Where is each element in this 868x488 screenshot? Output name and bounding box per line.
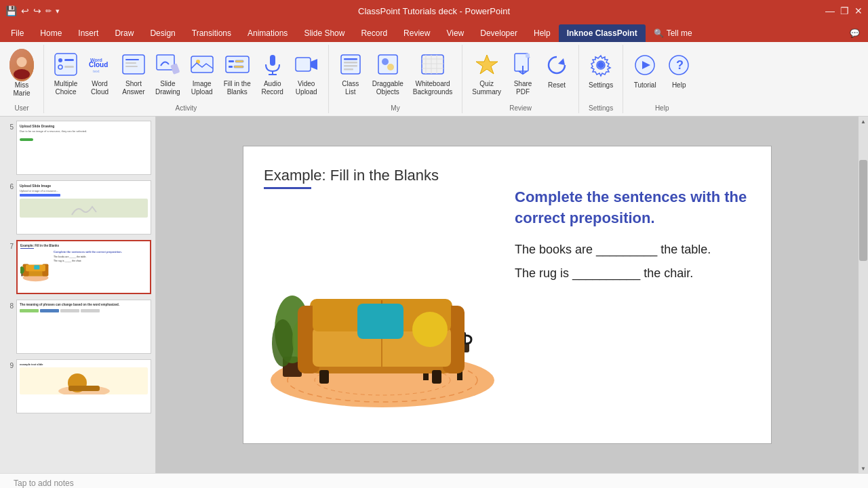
slide-num-5: 5 [4,121,14,131]
tab-search[interactable]: 🔍 Tell me [646,24,701,42]
my-section-label: My [334,104,457,113]
slide-drawing-button[interactable]: SlideDrawing [151,47,184,99]
tab-help[interactable]: Help [526,24,559,42]
search-icon: 🔍 [654,28,664,38]
slide-thumb-5[interactable]: 5 Upload Slide Drawing Due to be an imag… [3,119,153,176]
notes-placeholder: Tap to add notes [14,479,74,488]
right-scrollbar[interactable]: ▲ ▼ [859,117,868,473]
ribbon-my-content: ClassList DraggableObjects [334,45,457,104]
user-avatar-btn[interactable]: MissMarie [5,47,38,99]
titlebar-right-icons: — ❐ ✕ [825,5,863,16]
quiz-summary-button[interactable]: QuizSummary [468,47,505,99]
video-upload-icon [294,50,319,79]
svg-rect-62 [68,386,100,391]
svg-rect-2 [55,54,77,75]
slide-img-8: The meaning of phrases can change based … [16,300,151,354]
tab-inknoe[interactable]: Inknoe ClassPoint [559,24,646,42]
tab-review[interactable]: Review [395,24,438,42]
slide-thumb-7[interactable]: 7 Example: Fill in the Blanks [3,239,153,296]
tab-comments-btn[interactable]: 💬 [842,24,868,42]
more-icon[interactable]: ▾ [56,7,60,16]
svg-rect-13 [125,66,138,67]
tab-draw[interactable]: Draw [106,24,142,42]
tab-developer[interactable]: Developer [472,24,526,42]
tab-home[interactable]: Home [32,24,70,42]
slide-thumb-6[interactable]: 6 Upload Slide Image Upload or image of … [3,179,153,236]
slide-thumb-9[interactable]: 9 example text slide [3,358,153,415]
multiple-choice-button[interactable]: MultipleChoice [50,47,82,99]
tab-view[interactable]: View [438,24,472,42]
svg-rect-20 [235,60,243,62]
class-list-button[interactable]: ClassList [334,47,367,99]
svg-rect-87 [357,304,403,339]
undo-icon[interactable]: ↩ [21,5,29,16]
canvas-area: Example: Fill in the Blanks Complete the… [156,117,859,473]
svg-text:?: ? [676,58,684,72]
svg-rect-86 [432,370,441,384]
svg-point-75 [272,319,294,367]
whiteboard-bg-button[interactable]: WhiteboardBackgrounds [409,47,456,99]
main-area: 5 Upload Slide Drawing Due to be an imag… [0,117,868,473]
redo-icon[interactable]: ↪ [33,5,41,16]
svg-rect-27 [341,55,360,74]
help-icon: ? [667,50,691,80]
tutorial-label: Tutorial [634,81,656,89]
settings-button[interactable]: Settings [585,47,617,99]
audio-record-label: AudioRecord [262,80,283,96]
close-icon[interactable]: ✕ [854,5,863,16]
ribbon-settings-section: Settings Settings [579,45,623,113]
quiz-summary-label: QuizSummary [472,80,501,96]
review-section-label: Review [468,104,573,113]
image-upload-button[interactable]: ImageUpload [186,47,218,99]
slide-drawing-label: SlideDrawing [155,80,180,96]
tab-record[interactable]: Record [353,24,395,42]
settings-section-label: Settings [585,104,617,113]
slide-sentence-2: The rug is __________ the chair. [515,266,757,281]
svg-rect-6 [64,66,74,68]
tab-design[interactable]: Design [142,24,183,42]
ribbon-my-section: ClassList DraggableObjects [329,45,463,113]
draggable-objects-button[interactable]: DraggableObjects [368,47,408,99]
svg-rect-4 [64,59,74,61]
help-button[interactable]: ? Help [663,47,695,99]
illustration [257,194,508,411]
svg-rect-30 [344,65,357,67]
svg-rect-16 [191,56,213,73]
word-cloud-label: WordCloud [91,80,108,96]
tab-file[interactable]: File [3,24,32,42]
whiteboard-bg-icon [420,50,445,79]
minimize-icon[interactable]: — [825,5,835,16]
video-upload-button[interactable]: VideoUpload [290,47,323,99]
audio-record-button[interactable]: AudioRecord [256,47,289,99]
word-cloud-button[interactable]: Word Cloud text WordCloud [83,47,116,99]
customize-icon[interactable]: ✏ [45,7,52,16]
ribbon-review-section: QuizSummary SharePDF [462,45,579,113]
notes-bar[interactable]: Tap to add notes [0,473,868,488]
slide-panel: 5 Upload Slide Drawing Due to be an imag… [0,117,156,473]
tab-insert[interactable]: Insert [70,24,106,42]
restore-icon[interactable]: ❐ [840,5,849,16]
save-icon[interactable]: 💾 [5,5,17,16]
svg-point-88 [412,312,448,347]
tutorial-icon [633,50,657,80]
tab-animations[interactable]: Animations [239,24,296,42]
fill-blanks-icon [225,50,250,79]
slide-img-6: Upload Slide Image Upload or image of a … [16,180,151,235]
slide-thumb-8[interactable]: 8 The meaning of phrases can change base… [3,298,153,355]
reset-button[interactable]: Reset [540,47,573,99]
word-cloud-icon: Word Cloud text [87,50,112,79]
share-pdf-button[interactable]: SharePDF [507,47,539,99]
svg-point-1 [14,69,30,79]
reset-icon [545,50,569,80]
short-answer-button[interactable]: ShortAnswer [117,47,150,99]
tutorial-button[interactable]: Tutorial [629,47,661,99]
class-list-label: ClassList [342,80,359,96]
draggable-objects-icon [376,50,400,79]
settings-icon [589,50,613,80]
svg-rect-23 [270,55,275,66]
video-upload-label: VideoUpload [296,80,317,96]
tab-slideshow[interactable]: Slide Show [296,24,353,42]
svg-rect-85 [319,370,329,384]
tab-transitions[interactable]: Transitions [184,24,239,42]
fill-blanks-button[interactable]: Fill in theBlanks [220,47,255,99]
